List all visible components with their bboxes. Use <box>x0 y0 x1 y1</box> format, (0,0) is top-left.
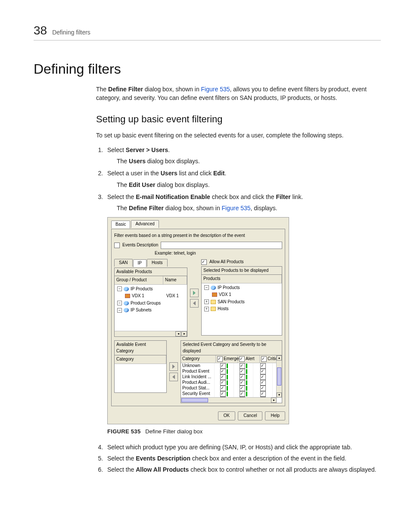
add-button[interactable] <box>190 289 199 297</box>
col-alert[interactable]: Alert <box>238 355 260 363</box>
scroll-right-icon[interactable]: ▸ <box>181 331 187 336</box>
tab-basic[interactable]: Basic <box>111 221 130 229</box>
col-emergency[interactable]: Emergen... <box>216 355 238 363</box>
selected-category-label: Selected Event Category and Severity to … <box>181 340 282 355</box>
step-1: Select Server > Users. The Users dialog … <box>105 146 381 166</box>
step-5: Select the Events Description check box … <box>105 454 381 463</box>
chapter-number: 38 <box>34 24 47 37</box>
chevron-right-icon <box>171 364 176 369</box>
collapse-icon[interactable]: − <box>117 286 122 291</box>
figure-caption: FIGURE 535 Define Filter dialog box <box>107 428 381 436</box>
ok-button[interactable]: OK <box>218 411 235 420</box>
running-head-text: Defining filters <box>52 29 90 36</box>
tree-item-hosts[interactable]: + Hosts <box>202 305 281 313</box>
tab-advanced[interactable]: Advanced <box>131 220 159 228</box>
lead-paragraph: To set up basic event filtering on the s… <box>96 131 381 140</box>
expand-icon[interactable]: + <box>204 307 209 311</box>
scroll-up-icon[interactable]: ▴ <box>277 355 282 361</box>
chevron-left-icon <box>171 375 176 379</box>
remove-category-button[interactable] <box>169 373 178 381</box>
scroll-thumb[interactable] <box>181 398 208 402</box>
table-row[interactable]: Link Incident ... <box>181 374 282 380</box>
events-description-checkbox[interactable] <box>114 243 120 248</box>
step-4: Select which product type you are defini… <box>105 443 381 451</box>
define-filter-dialog: Basic Advanced Filter events based on a … <box>107 217 289 424</box>
selected-products-tree[interactable]: Products − IP Products <box>201 274 282 336</box>
col-products[interactable]: Products <box>202 275 282 283</box>
steps-list: Select Server > Users. The Users dialog … <box>96 146 381 474</box>
severity-table[interactable]: Category Emergen... Alert Critical Unkno… <box>181 355 282 403</box>
hint-text: Filter events based on a string present … <box>114 233 282 239</box>
tree-item-vdx1[interactable]: VDX 1 <box>202 291 281 299</box>
add-category-button[interactable] <box>169 362 178 371</box>
example-text: Example: telnet, login <box>155 250 282 257</box>
tree-item-ip-subnets[interactable]: − IP Subnets <box>115 307 186 314</box>
chevron-left-icon <box>192 301 196 305</box>
horizontal-scrollbar[interactable]: ▸ <box>181 397 277 403</box>
step-2: Select a user in the Users list and clic… <box>105 169 381 189</box>
folder-icon <box>211 307 216 311</box>
figure-link[interactable]: Figure 535 <box>222 205 251 212</box>
col-group-product[interactable]: Group / Product <box>115 276 163 284</box>
scroll-down-icon[interactable]: ▾ <box>277 392 282 398</box>
folder-icon <box>211 300 216 304</box>
tree-item-vdx1[interactable]: VDX 1 VDX 1 <box>115 292 186 300</box>
available-products-label: Available Products <box>114 268 187 276</box>
device-icon <box>125 294 130 298</box>
col-name[interactable]: Name <box>163 276 187 284</box>
globe-icon <box>124 287 129 291</box>
step-3: Select the E-mail Notification Enable ch… <box>105 193 381 436</box>
tab-hosts[interactable]: Hosts <box>147 259 168 267</box>
figure-link[interactable]: Figure 535 <box>201 86 230 93</box>
help-button[interactable]: Help <box>265 411 285 420</box>
table-row[interactable]: Product Stat... <box>181 386 282 391</box>
available-products-tree[interactable]: Group / Product Name − IP Products <box>114 276 187 337</box>
tree-item-product-groups[interactable]: − Product Groups <box>115 300 186 307</box>
expand-icon[interactable]: + <box>204 299 209 304</box>
allow-all-products-label: Allow All Products <box>209 259 243 265</box>
events-description-input[interactable] <box>161 242 282 249</box>
available-category-list[interactable]: Category <box>114 355 167 393</box>
step-1-result: The Users dialog box displays. <box>117 157 381 165</box>
events-description-label: Events Description <box>122 242 158 249</box>
scroll-left-icon[interactable]: ◂ <box>175 331 181 336</box>
collapse-icon[interactable]: − <box>117 301 122 305</box>
collapse-icon[interactable]: − <box>204 285 209 290</box>
selected-products-label: Selected Products to be displayed <box>201 266 282 275</box>
intro-paragraph: The Define Filter dialog box, shown in F… <box>96 85 381 103</box>
step-3-result: The Define Filter dialog box, shown in F… <box>117 204 381 212</box>
col-category[interactable]: Category <box>115 355 166 364</box>
horizontal-scrollbar[interactable]: ◂ ▸ <box>115 331 187 336</box>
cancel-button[interactable]: Cancel <box>238 411 262 420</box>
available-category-label: Available Event Category <box>114 340 167 355</box>
col-category[interactable]: Category <box>181 355 216 363</box>
tree-item-ip-products[interactable]: − IP Products <box>202 284 281 292</box>
globe-icon <box>211 286 216 290</box>
table-row[interactable]: Security Event <box>181 391 282 397</box>
running-header: 38 Defining filters <box>34 24 381 40</box>
vertical-scrollbar[interactable]: ▴ ▾ <box>276 355 282 398</box>
globe-icon <box>124 301 129 305</box>
table-row[interactable]: Product Event <box>181 369 282 374</box>
tree-item-san-products[interactable]: + SAN Products <box>202 299 281 306</box>
step-2-result: The Edit User dialog box displays. <box>117 180 381 189</box>
allow-all-products-checkbox[interactable] <box>201 259 207 265</box>
device-icon <box>212 292 217 297</box>
dialog-tabs: Basic Advanced <box>111 220 285 228</box>
table-row[interactable]: Unknown <box>181 363 282 369</box>
section-heading: Setting up basic event filtering <box>96 114 381 125</box>
table-row[interactable]: Product Audi... <box>181 380 282 386</box>
step-6: Select the Allow All Products check box … <box>105 465 381 474</box>
scroll-thumb[interactable] <box>277 367 281 386</box>
collapse-icon[interactable]: − <box>117 308 122 313</box>
remove-button[interactable] <box>190 299 199 308</box>
globe-icon <box>124 308 129 312</box>
tree-item-ip-products[interactable]: − IP Products <box>115 286 186 293</box>
chevron-right-icon <box>192 291 196 295</box>
tab-ip[interactable]: IP <box>133 259 146 267</box>
page-title: Defining filters <box>34 61 381 77</box>
tab-san[interactable]: SAN <box>114 259 133 267</box>
scroll-right-icon[interactable]: ▸ <box>271 398 277 403</box>
